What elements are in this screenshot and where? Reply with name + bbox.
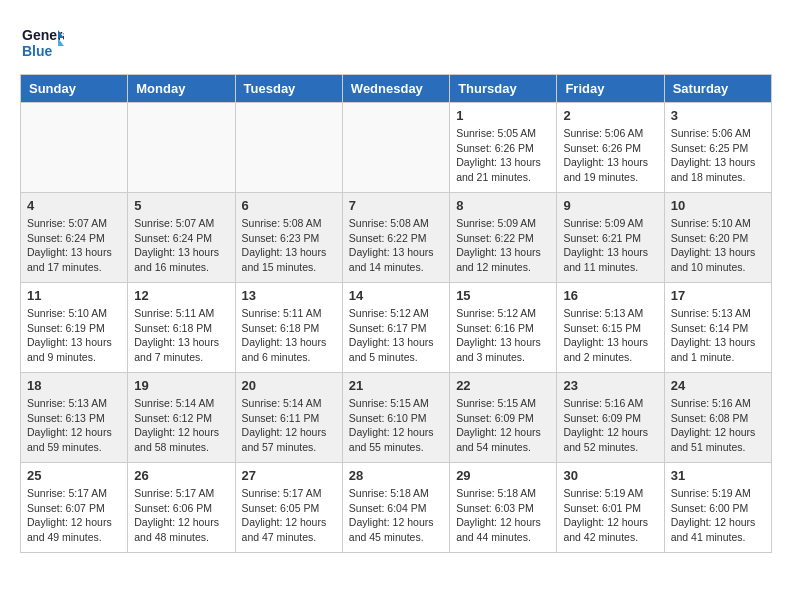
- day-info: Sunrise: 5:13 AMSunset: 6:15 PMDaylight:…: [563, 306, 657, 365]
- day-number: 2: [563, 108, 657, 123]
- logo-icon: General Blue: [20, 20, 64, 64]
- day-info: Sunrise: 5:17 AMSunset: 6:07 PMDaylight:…: [27, 486, 121, 545]
- calendar-cell: 28Sunrise: 5:18 AMSunset: 6:04 PMDayligh…: [342, 463, 449, 553]
- day-number: 6: [242, 198, 336, 213]
- day-number: 22: [456, 378, 550, 393]
- day-info: Sunrise: 5:15 AMSunset: 6:10 PMDaylight:…: [349, 396, 443, 455]
- calendar-cell: 7Sunrise: 5:08 AMSunset: 6:22 PMDaylight…: [342, 193, 449, 283]
- weekday-sunday: Sunday: [21, 75, 128, 103]
- day-info: Sunrise: 5:13 AMSunset: 6:13 PMDaylight:…: [27, 396, 121, 455]
- day-number: 31: [671, 468, 765, 483]
- logo: General Blue: [20, 20, 64, 64]
- calendar-cell: 24Sunrise: 5:16 AMSunset: 6:08 PMDayligh…: [664, 373, 771, 463]
- day-number: 29: [456, 468, 550, 483]
- day-number: 17: [671, 288, 765, 303]
- day-info: Sunrise: 5:11 AMSunset: 6:18 PMDaylight:…: [134, 306, 228, 365]
- day-number: 21: [349, 378, 443, 393]
- weekday-tuesday: Tuesday: [235, 75, 342, 103]
- day-number: 28: [349, 468, 443, 483]
- day-info: Sunrise: 5:15 AMSunset: 6:09 PMDaylight:…: [456, 396, 550, 455]
- calendar-cell: 3Sunrise: 5:06 AMSunset: 6:25 PMDaylight…: [664, 103, 771, 193]
- calendar-cell: 2Sunrise: 5:06 AMSunset: 6:26 PMDaylight…: [557, 103, 664, 193]
- day-number: 14: [349, 288, 443, 303]
- weekday-header-row: SundayMondayTuesdayWednesdayThursdayFrid…: [21, 75, 772, 103]
- day-info: Sunrise: 5:09 AMSunset: 6:21 PMDaylight:…: [563, 216, 657, 275]
- calendar-cell: 21Sunrise: 5:15 AMSunset: 6:10 PMDayligh…: [342, 373, 449, 463]
- calendar-cell: [21, 103, 128, 193]
- day-number: 18: [27, 378, 121, 393]
- weekday-thursday: Thursday: [450, 75, 557, 103]
- calendar-cell: 8Sunrise: 5:09 AMSunset: 6:22 PMDaylight…: [450, 193, 557, 283]
- day-number: 7: [349, 198, 443, 213]
- day-info: Sunrise: 5:08 AMSunset: 6:22 PMDaylight:…: [349, 216, 443, 275]
- day-number: 16: [563, 288, 657, 303]
- day-info: Sunrise: 5:13 AMSunset: 6:14 PMDaylight:…: [671, 306, 765, 365]
- weekday-wednesday: Wednesday: [342, 75, 449, 103]
- calendar-cell: 22Sunrise: 5:15 AMSunset: 6:09 PMDayligh…: [450, 373, 557, 463]
- day-number: 19: [134, 378, 228, 393]
- calendar-cell: 25Sunrise: 5:17 AMSunset: 6:07 PMDayligh…: [21, 463, 128, 553]
- day-number: 1: [456, 108, 550, 123]
- day-number: 26: [134, 468, 228, 483]
- calendar-cell: 5Sunrise: 5:07 AMSunset: 6:24 PMDaylight…: [128, 193, 235, 283]
- day-info: Sunrise: 5:06 AMSunset: 6:25 PMDaylight:…: [671, 126, 765, 185]
- calendar-cell: 29Sunrise: 5:18 AMSunset: 6:03 PMDayligh…: [450, 463, 557, 553]
- weekday-saturday: Saturday: [664, 75, 771, 103]
- calendar-week-2: 4Sunrise: 5:07 AMSunset: 6:24 PMDaylight…: [21, 193, 772, 283]
- calendar-cell: 27Sunrise: 5:17 AMSunset: 6:05 PMDayligh…: [235, 463, 342, 553]
- day-info: Sunrise: 5:08 AMSunset: 6:23 PMDaylight:…: [242, 216, 336, 275]
- calendar-cell: 20Sunrise: 5:14 AMSunset: 6:11 PMDayligh…: [235, 373, 342, 463]
- day-number: 23: [563, 378, 657, 393]
- day-info: Sunrise: 5:17 AMSunset: 6:05 PMDaylight:…: [242, 486, 336, 545]
- day-info: Sunrise: 5:16 AMSunset: 6:09 PMDaylight:…: [563, 396, 657, 455]
- calendar-cell: 16Sunrise: 5:13 AMSunset: 6:15 PMDayligh…: [557, 283, 664, 373]
- day-number: 11: [27, 288, 121, 303]
- calendar-cell: 10Sunrise: 5:10 AMSunset: 6:20 PMDayligh…: [664, 193, 771, 283]
- calendar-week-1: 1Sunrise: 5:05 AMSunset: 6:26 PMDaylight…: [21, 103, 772, 193]
- calendar-cell: [235, 103, 342, 193]
- day-info: Sunrise: 5:11 AMSunset: 6:18 PMDaylight:…: [242, 306, 336, 365]
- calendar-cell: [128, 103, 235, 193]
- day-info: Sunrise: 5:18 AMSunset: 6:04 PMDaylight:…: [349, 486, 443, 545]
- calendar-cell: 18Sunrise: 5:13 AMSunset: 6:13 PMDayligh…: [21, 373, 128, 463]
- calendar-cell: 15Sunrise: 5:12 AMSunset: 6:16 PMDayligh…: [450, 283, 557, 373]
- calendar-cell: 23Sunrise: 5:16 AMSunset: 6:09 PMDayligh…: [557, 373, 664, 463]
- day-number: 5: [134, 198, 228, 213]
- day-number: 25: [27, 468, 121, 483]
- day-info: Sunrise: 5:17 AMSunset: 6:06 PMDaylight:…: [134, 486, 228, 545]
- calendar-cell: 4Sunrise: 5:07 AMSunset: 6:24 PMDaylight…: [21, 193, 128, 283]
- day-number: 30: [563, 468, 657, 483]
- day-number: 8: [456, 198, 550, 213]
- calendar-week-3: 11Sunrise: 5:10 AMSunset: 6:19 PMDayligh…: [21, 283, 772, 373]
- calendar-cell: [342, 103, 449, 193]
- calendar-cell: 19Sunrise: 5:14 AMSunset: 6:12 PMDayligh…: [128, 373, 235, 463]
- weekday-monday: Monday: [128, 75, 235, 103]
- calendar-cell: 26Sunrise: 5:17 AMSunset: 6:06 PMDayligh…: [128, 463, 235, 553]
- calendar-cell: 30Sunrise: 5:19 AMSunset: 6:01 PMDayligh…: [557, 463, 664, 553]
- page-header: General Blue: [20, 20, 772, 64]
- calendar-week-4: 18Sunrise: 5:13 AMSunset: 6:13 PMDayligh…: [21, 373, 772, 463]
- svg-text:Blue: Blue: [22, 43, 53, 59]
- day-info: Sunrise: 5:19 AMSunset: 6:01 PMDaylight:…: [563, 486, 657, 545]
- day-number: 15: [456, 288, 550, 303]
- day-info: Sunrise: 5:05 AMSunset: 6:26 PMDaylight:…: [456, 126, 550, 185]
- calendar-week-5: 25Sunrise: 5:17 AMSunset: 6:07 PMDayligh…: [21, 463, 772, 553]
- calendar-cell: 13Sunrise: 5:11 AMSunset: 6:18 PMDayligh…: [235, 283, 342, 373]
- calendar-cell: 6Sunrise: 5:08 AMSunset: 6:23 PMDaylight…: [235, 193, 342, 283]
- day-number: 12: [134, 288, 228, 303]
- day-number: 24: [671, 378, 765, 393]
- day-info: Sunrise: 5:12 AMSunset: 6:17 PMDaylight:…: [349, 306, 443, 365]
- day-number: 10: [671, 198, 765, 213]
- day-info: Sunrise: 5:14 AMSunset: 6:12 PMDaylight:…: [134, 396, 228, 455]
- day-number: 3: [671, 108, 765, 123]
- calendar-cell: 1Sunrise: 5:05 AMSunset: 6:26 PMDaylight…: [450, 103, 557, 193]
- day-info: Sunrise: 5:06 AMSunset: 6:26 PMDaylight:…: [563, 126, 657, 185]
- day-info: Sunrise: 5:12 AMSunset: 6:16 PMDaylight:…: [456, 306, 550, 365]
- day-number: 13: [242, 288, 336, 303]
- day-number: 20: [242, 378, 336, 393]
- svg-text:General: General: [22, 27, 64, 43]
- calendar-cell: 14Sunrise: 5:12 AMSunset: 6:17 PMDayligh…: [342, 283, 449, 373]
- calendar-cell: 17Sunrise: 5:13 AMSunset: 6:14 PMDayligh…: [664, 283, 771, 373]
- day-number: 4: [27, 198, 121, 213]
- calendar-cell: 12Sunrise: 5:11 AMSunset: 6:18 PMDayligh…: [128, 283, 235, 373]
